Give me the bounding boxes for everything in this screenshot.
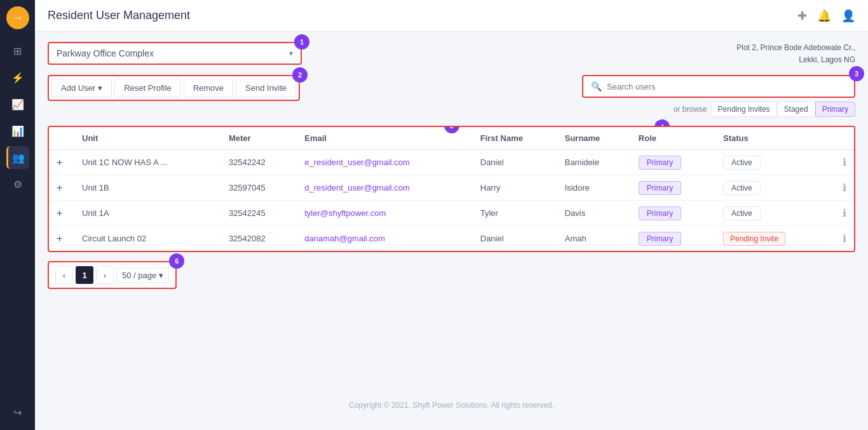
email-cell[interactable]: tyler@shyftpower.com — [297, 201, 473, 226]
expand-cell[interactable]: + — [49, 150, 74, 175]
page-title: Resident User Management — [48, 9, 190, 22]
sidebar-item-energy[interactable]: ⚡ — [6, 66, 29, 89]
surname-cell: Isidore — [557, 175, 631, 201]
prev-page-button[interactable]: ‹ — [55, 266, 73, 284]
sidebar-item-dashboard[interactable]: ⊞ — [6, 39, 29, 62]
table-row: + Circuit Launch 02 32542082 danamah@gma… — [49, 226, 854, 252]
sidebar-item-settings[interactable]: ⚙ — [6, 173, 29, 196]
chevron-down-icon: ▾ — [289, 49, 293, 58]
email-link[interactable]: d_resident_user@gmail.com — [304, 183, 410, 192]
status-badge: Pending Invite — [723, 232, 785, 246]
role-cell: Primary — [631, 175, 715, 201]
firstname-cell: Daniel — [473, 226, 557, 252]
meter-cell: 32542242 — [221, 150, 297, 175]
surname-cell: Davis — [557, 201, 631, 226]
sidebar-item-reports[interactable]: 📊 — [6, 119, 29, 142]
search-box: 🔍 — [582, 75, 855, 98]
role-badge: Primary — [639, 206, 681, 220]
bell-icon[interactable]: 🔔 — [817, 9, 831, 23]
email-link[interactable]: tyler@shyftpower.com — [304, 208, 386, 218]
row-actions: Add User ▾ Reset Profile Remove Send Inv… — [48, 75, 855, 117]
top-header: Resident User Management ✚ 🔔 👤 — [35, 0, 868, 32]
next-page-button[interactable]: › — [96, 266, 114, 284]
sidebar-item-users[interactable]: 👥 — [6, 146, 29, 169]
remove-button[interactable]: Remove — [184, 79, 233, 97]
role-badge: Primary — [639, 181, 681, 195]
firstname-cell: Tyler — [473, 201, 557, 226]
sidebar-item-logout[interactable]: ↪ — [6, 401, 29, 424]
status-badge: Active — [723, 156, 761, 170]
send-invite-button[interactable]: Send Invite — [236, 79, 296, 97]
unit-cell: Unit 1A — [74, 201, 221, 226]
email-link[interactable]: danamah@gmail.com — [304, 234, 385, 243]
col-surname: Surname — [557, 127, 631, 150]
info-cell[interactable]: ℹ — [829, 201, 854, 226]
info-cell[interactable]: ℹ — [829, 226, 854, 252]
filter-label: or browse — [674, 105, 707, 114]
row-property: Parkway Office Complex ▾ 1 Plot 2, Princ… — [48, 42, 855, 66]
surname-cell: Bamidele — [557, 150, 631, 175]
table-row: + Unit 1A 32542245 tyler@shyftpower.com … — [49, 201, 854, 226]
filter-tab-primary[interactable]: Primary — [815, 102, 855, 117]
main-content: Resident User Management ✚ 🔔 👤 Parkway O… — [35, 0, 868, 430]
info-cell[interactable]: ℹ — [829, 175, 854, 201]
role-cell: Primary — [631, 150, 715, 175]
sidebar-logo[interactable]: → — [6, 6, 29, 29]
info-icon[interactable]: ℹ — [843, 182, 846, 194]
email-cell[interactable]: danamah@gmail.com — [297, 226, 473, 252]
email-link[interactable]: e_resident_user@gmail.com — [304, 158, 410, 167]
address-line1: Plot 2, Prince Bode Adebowale Cr., — [736, 42, 855, 54]
current-page: 1 — [76, 266, 93, 284]
reset-profile-button[interactable]: Reset Profile — [114, 79, 180, 97]
badge-2: 2 — [292, 67, 308, 83]
col-unit: Unit — [74, 127, 221, 150]
expand-cell[interactable]: + — [49, 226, 74, 252]
info-icon[interactable]: ℹ — [843, 156, 846, 168]
action-buttons-group: Add User ▾ Reset Profile Remove Send Inv… — [48, 75, 300, 101]
users-table-wrapper: 5 Unit Meter Email First Name Surname Ro… — [48, 126, 855, 252]
filter-tabs: 4 or browse Pending Invites Staged Prima… — [674, 102, 855, 117]
search-input[interactable] — [607, 82, 846, 91]
search-area: 3 🔍 4 or browse Pending Invites Staged P… — [582, 75, 855, 117]
add-icon[interactable]: ✚ — [797, 9, 807, 23]
pagination-row: ‹ 1 › 50 / page ▾ 6 — [48, 261, 177, 289]
unit-cell: Circuit Launch 02 — [74, 226, 221, 252]
surname-cell: Amah — [557, 226, 631, 252]
meter-cell: 32597045 — [221, 175, 297, 201]
property-address: Plot 2, Prince Bode Adebowale Cr., Lekki… — [736, 42, 855, 66]
sidebar-item-analytics[interactable]: 📈 — [6, 93, 29, 116]
col-expand — [49, 127, 74, 150]
expand-cell[interactable]: + — [49, 201, 74, 226]
header-icons: ✚ 🔔 👤 — [797, 9, 855, 23]
filter-tab-staged[interactable]: Staged — [777, 102, 815, 117]
info-icon[interactable]: ℹ — [843, 207, 846, 219]
chevron-down-icon: ▾ — [159, 271, 163, 280]
col-meter: Meter — [221, 127, 297, 150]
unit-cell: Unit 1C NOW HAS A ... — [74, 150, 221, 175]
info-cell[interactable]: ℹ — [829, 150, 854, 175]
status-cell: Active — [715, 175, 829, 201]
sidebar: → ⊞ ⚡ 📈 📊 👥 ⚙ ↪ — [0, 0, 35, 430]
col-role: Role — [631, 127, 715, 150]
status-cell: Active — [715, 150, 829, 175]
badge-1: 1 — [294, 34, 309, 50]
badge-3: 3 — [849, 66, 864, 81]
per-page-selector[interactable]: 50 / page ▾ — [116, 267, 169, 283]
meter-cell: 32542245 — [221, 201, 297, 226]
filter-tab-pending-invites[interactable]: Pending Invites — [711, 102, 777, 117]
status-badge: Active — [723, 181, 761, 195]
expand-cell[interactable]: + — [49, 175, 74, 201]
status-cell: Active — [715, 201, 829, 226]
email-cell[interactable]: d_resident_user@gmail.com — [297, 175, 473, 201]
table-row: + Unit 1C NOW HAS A ... 32542242 e_resid… — [49, 150, 854, 175]
property-dropdown[interactable]: Parkway Office Complex ▾ 1 — [48, 42, 302, 65]
search-icon: 🔍 — [591, 81, 602, 91]
meter-cell: 32542082 — [221, 226, 297, 252]
email-cell[interactable]: e_resident_user@gmail.com — [297, 150, 473, 175]
footer: Copyright © 2021, Shyft Power Solutions.… — [48, 391, 855, 420]
role-badge: Primary — [639, 156, 681, 170]
info-icon[interactable]: ℹ — [843, 232, 846, 245]
add-user-button[interactable]: Add User ▾ — [51, 79, 112, 97]
pagination-container: ‹ 1 › 50 / page ▾ 6 — [48, 261, 177, 289]
user-icon[interactable]: 👤 — [841, 9, 855, 23]
